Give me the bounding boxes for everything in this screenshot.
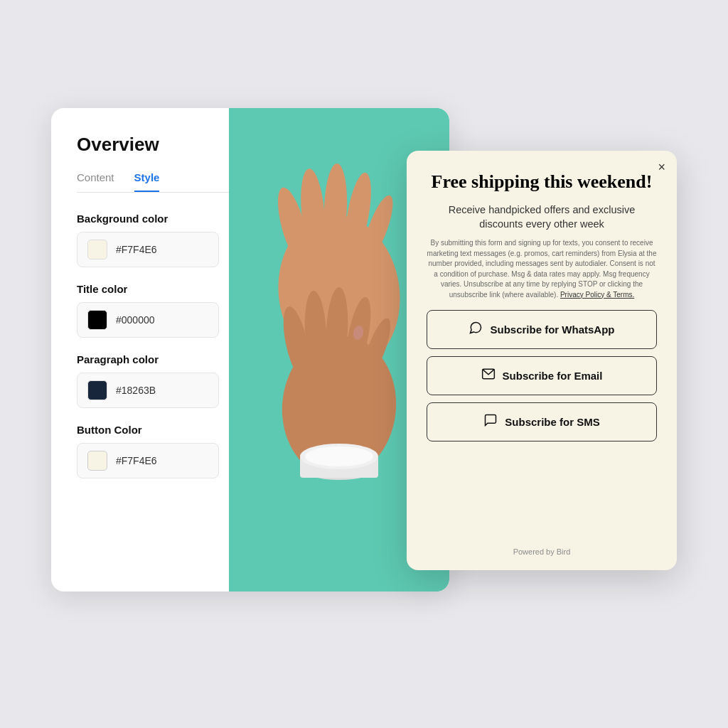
paragraph-color-input[interactable]: #18263B (77, 373, 219, 408)
overview-panel: Overview Content Style Background color … (51, 108, 449, 592)
tab-content[interactable]: Content (77, 171, 114, 192)
powered-by: Powered by Bird (427, 547, 657, 556)
popup-headline: Free shipping this weekend! (427, 171, 657, 194)
button-color-swatch (87, 451, 107, 471)
subscribe-sms-button[interactable]: Subscribe for SMS (427, 402, 657, 441)
subscribe-whatsapp-button[interactable]: Subscribe for WhatsApp (427, 310, 657, 349)
subscribe-sms-label: Subscribe for SMS (505, 416, 599, 428)
paragraph-color-hex: #18263B (116, 385, 156, 396)
title-color-hex: #000000 (116, 314, 155, 326)
email-icon (481, 367, 496, 385)
popup-disclaimer: By submitting this form and signing up f… (427, 238, 657, 300)
subscribe-buttons: Subscribe for WhatsApp Subscribe for Ema… (427, 310, 657, 441)
paragraph-color-swatch (87, 380, 107, 400)
title-color-swatch (87, 310, 107, 330)
sms-icon (483, 413, 498, 431)
subscribe-whatsapp-label: Subscribe for WhatsApp (490, 323, 614, 336)
background-color-hex: #F7F4E6 (116, 244, 157, 255)
subscribe-email-button[interactable]: Subscribe for Email (427, 356, 657, 395)
button-color-hex: #F7F4E6 (116, 455, 157, 466)
close-button[interactable]: × (658, 161, 665, 173)
button-color-input[interactable]: #F7F4E6 (77, 443, 219, 478)
tab-style[interactable]: Style (134, 171, 160, 192)
background-color-swatch (87, 240, 107, 259)
subscribe-email-label: Subscribe for Email (503, 370, 603, 382)
privacy-policy-link[interactable]: Privacy Policy & Terms. (560, 291, 634, 299)
whatsapp-icon (469, 321, 483, 338)
popup-card: × Free shipping this weekend! Receive ha… (407, 151, 677, 570)
title-color-input[interactable]: #000000 (77, 302, 219, 338)
popup-subheading: Receive handpicked offers and exclusive … (427, 203, 657, 232)
background-color-input[interactable]: #F7F4E6 (77, 232, 219, 267)
svg-point-17 (305, 446, 373, 466)
